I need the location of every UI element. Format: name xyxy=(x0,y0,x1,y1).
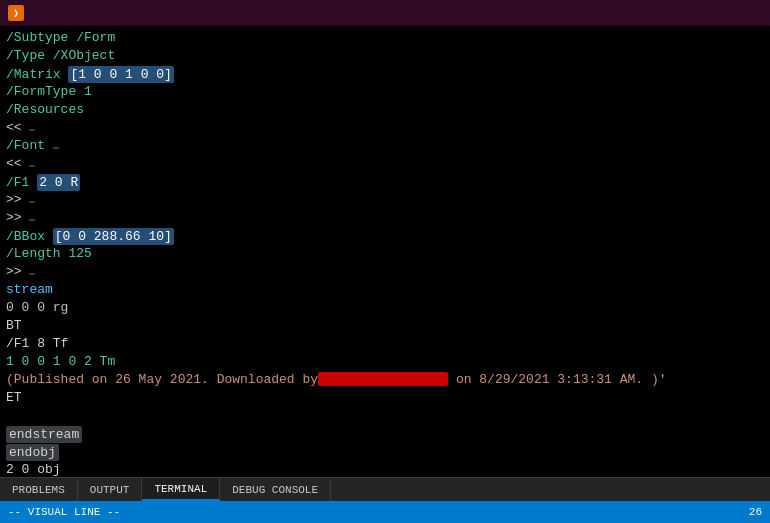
highlighted-token: endobj xyxy=(6,444,59,461)
code-token: /F1 8 Tf xyxy=(6,336,68,351)
code-token: BT xyxy=(6,318,22,333)
code-token: 2 0 obj xyxy=(6,462,61,477)
code-line: /Type /XObject xyxy=(0,48,770,66)
code-line: /Resources xyxy=(0,102,770,120)
code-token: >> xyxy=(6,210,22,225)
terminal-icon: ❯ xyxy=(8,5,24,21)
code-line xyxy=(0,408,770,426)
highlighted-token: [0 0 288.66 10] xyxy=(53,228,174,245)
code-line: /Subtype /Form xyxy=(0,30,770,48)
highlighted-token xyxy=(29,219,35,221)
code-line: BT xyxy=(0,318,770,336)
code-token: on 8/29/2021 3:13:31 AM. )' xyxy=(456,372,667,387)
code-line: (Published on 26 May 2021. Downloaded by… xyxy=(0,372,770,390)
code-token xyxy=(22,192,30,207)
code-token xyxy=(22,264,30,279)
code-token: /F1 xyxy=(6,175,37,190)
code-token: /BBox xyxy=(6,229,53,244)
code-line: endobj xyxy=(0,444,770,462)
bottom-tab-debug-console[interactable]: DEBUG CONSOLE xyxy=(220,478,331,501)
code-token: stream xyxy=(6,282,53,297)
code-token: /Length 125 xyxy=(6,246,92,261)
code-line: /BBox [0 0 288.66 10] xyxy=(0,228,770,246)
code-token: /Font xyxy=(6,138,45,153)
code-token: /Matrix xyxy=(6,67,68,82)
highlighted-token: 2 0 R xyxy=(37,174,80,191)
code-token: (Published on 26 May 2021. Downloaded by xyxy=(6,372,318,387)
code-token xyxy=(22,156,30,171)
code-token: << xyxy=(6,156,22,171)
code-line: >> xyxy=(0,264,770,282)
code-line: 0 0 0 rg xyxy=(0,300,770,318)
code-token: /FormType 1 xyxy=(6,84,92,99)
highlighted-token xyxy=(29,165,35,167)
highlighted-token: [1 0 0 1 0 0] xyxy=(68,66,173,83)
code-line: stream xyxy=(0,282,770,300)
code-line: /Font xyxy=(0,138,770,156)
code-line: >> xyxy=(0,192,770,210)
code-token: << xyxy=(6,120,22,135)
highlighted-token xyxy=(29,201,35,203)
code-line: << xyxy=(0,156,770,174)
code-token: 1 0 0 1 0 2 Tm xyxy=(6,354,115,369)
bottom-tab-problems[interactable]: PROBLEMS xyxy=(0,478,78,501)
code-line: ET xyxy=(0,390,770,408)
code-line: /Length 125 xyxy=(0,246,770,264)
code-line: endstream xyxy=(0,426,770,444)
highlighted-token xyxy=(53,147,59,149)
highlighted-token: endstream xyxy=(6,426,82,443)
code-line: >> xyxy=(0,210,770,228)
highlighted-token xyxy=(29,273,35,275)
code-token xyxy=(59,445,67,460)
code-token: /Type /XObject xyxy=(6,48,115,63)
code-token: 0 0 0 rg xyxy=(6,300,68,315)
code-token: >> xyxy=(6,192,22,207)
code-token: ET xyxy=(6,390,22,405)
code-token: >> xyxy=(6,264,22,279)
highlighted-token xyxy=(29,129,35,131)
bottom-tab-bar: PROBLEMSOUTPUTTERMINALDEBUG CONSOLE xyxy=(0,477,770,501)
code-token xyxy=(22,120,30,135)
code-line: 1 0 0 1 0 2 Tm xyxy=(0,354,770,372)
status-bar: -- VISUAL LINE -- 26 xyxy=(0,501,770,523)
code-line: /F1 2 0 R xyxy=(0,174,770,192)
title-bar: ❯ xyxy=(0,0,770,26)
code-line: 2 0 obj xyxy=(0,462,770,477)
code-token: /Subtype /Form xyxy=(6,30,115,45)
code-token: /Resources xyxy=(6,102,84,117)
bottom-tab-terminal[interactable]: TERMINAL xyxy=(142,478,220,501)
code-line: /FormType 1 xyxy=(0,84,770,102)
code-line: /Matrix [1 0 0 1 0 0] xyxy=(0,66,770,84)
code-editor: /Subtype /Form/Type /XObject/Matrix [1 0… xyxy=(0,26,770,477)
code-token xyxy=(45,138,53,153)
bottom-tab-output[interactable]: OUTPUT xyxy=(78,478,143,501)
vim-mode-indicator: -- VISUAL LINE -- xyxy=(8,506,120,518)
line-number: 26 xyxy=(749,506,762,518)
code-token xyxy=(22,210,30,225)
code-line: << xyxy=(0,120,770,138)
redacted-text xyxy=(318,372,448,386)
code-line: /F1 8 Tf xyxy=(0,336,770,354)
